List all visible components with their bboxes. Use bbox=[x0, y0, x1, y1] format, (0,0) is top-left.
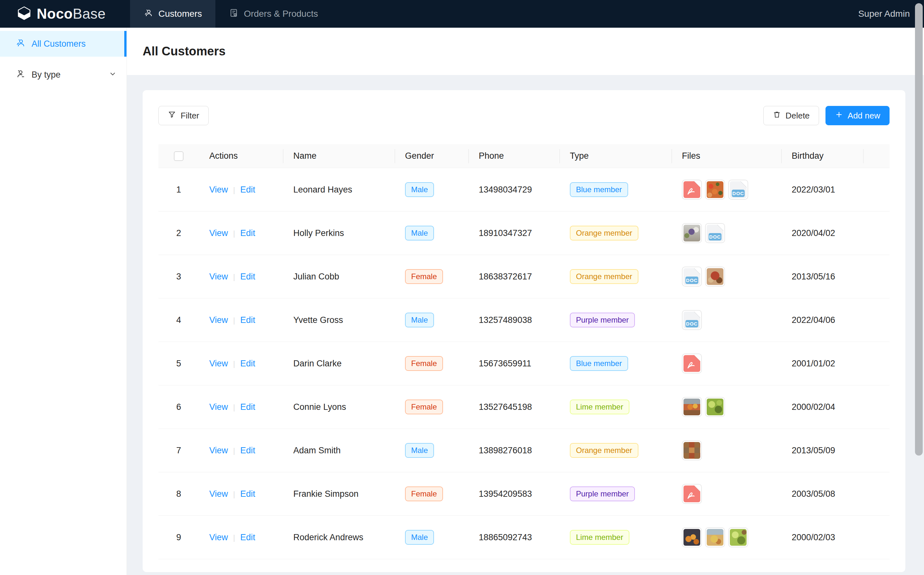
select-all-checkbox[interactable] bbox=[174, 151, 184, 161]
extra-cell bbox=[863, 516, 889, 559]
gender-cell: Male bbox=[395, 168, 468, 211]
view-link[interactable]: View bbox=[209, 359, 228, 368]
trash-icon bbox=[773, 110, 781, 121]
file-thumb-image-lettuce[interactable] bbox=[705, 397, 725, 417]
type-cell: Lime member bbox=[560, 516, 672, 559]
birthday-cell: 2013/05/16 bbox=[781, 255, 863, 299]
type-cell: Blue member bbox=[560, 168, 672, 211]
add-new-button[interactable]: Add new bbox=[826, 106, 889, 125]
table-row: 7 View|Edit Adam Smith Male 13898276018 … bbox=[159, 429, 889, 472]
edit-link[interactable]: Edit bbox=[240, 446, 255, 455]
file-thumb-doc-icon[interactable]: DOC bbox=[705, 223, 725, 243]
view-link[interactable]: View bbox=[209, 402, 228, 412]
sidebar-item-by-type[interactable]: By type bbox=[0, 62, 127, 87]
view-link[interactable]: View bbox=[209, 446, 228, 455]
tab-label: Customers bbox=[159, 9, 202, 19]
user-menu[interactable]: Super Admin bbox=[858, 9, 924, 19]
type-cell: Purple member bbox=[560, 299, 672, 342]
file-thumb-image-oranges-dark[interactable] bbox=[682, 527, 702, 547]
filter-icon bbox=[168, 110, 176, 121]
table-row: 3 View|Edit Julian Cobb Female 186383726… bbox=[159, 255, 889, 299]
table-row: 9 View|Edit Roderick Andrews Male 188650… bbox=[159, 516, 889, 559]
edit-link[interactable]: Edit bbox=[240, 315, 255, 325]
row-index: 4 bbox=[159, 299, 199, 342]
view-link[interactable]: View bbox=[209, 315, 228, 325]
edit-link[interactable]: Edit bbox=[240, 402, 255, 412]
table-card: Filter Delete bbox=[143, 90, 905, 572]
nocobase-logo-icon bbox=[17, 6, 32, 22]
name-cell: Darin Clarke bbox=[283, 342, 395, 385]
column-header-select bbox=[159, 144, 199, 168]
actions-cell: View|Edit bbox=[199, 385, 283, 429]
type-tag: Lime member bbox=[570, 400, 629, 415]
users-icon bbox=[16, 38, 26, 50]
edit-link[interactable]: Edit bbox=[240, 272, 255, 281]
type-cell: Orange member bbox=[560, 429, 672, 472]
row-index: 2 bbox=[159, 211, 199, 255]
file-thumb-image-tomatoes-ground[interactable] bbox=[682, 397, 702, 417]
extra-cell bbox=[863, 255, 889, 299]
type-cell: Blue member bbox=[560, 342, 672, 385]
row-index: 5 bbox=[159, 342, 199, 385]
phone-cell: 15673659911 bbox=[468, 342, 560, 385]
phone-cell: 18910347327 bbox=[468, 211, 560, 255]
actions-cell: View|Edit bbox=[199, 342, 283, 385]
view-link[interactable]: View bbox=[209, 489, 228, 499]
view-link[interactable]: View bbox=[209, 185, 228, 194]
view-link[interactable]: View bbox=[209, 228, 228, 238]
logo-text: NocoBase bbox=[37, 6, 106, 22]
file-thumb-image-food-collage[interactable] bbox=[682, 440, 702, 461]
birthday-cell: 2013/05/09 bbox=[781, 429, 863, 472]
birthday-cell: 2001/01/02 bbox=[781, 342, 863, 385]
edit-link[interactable]: Edit bbox=[240, 185, 255, 194]
file-thumb-image-bananas[interactable] bbox=[705, 527, 725, 547]
file-thumb-doc-icon[interactable]: DOC bbox=[682, 310, 702, 330]
row-index: 7 bbox=[159, 429, 199, 472]
filter-button[interactable]: Filter bbox=[159, 106, 209, 125]
name-cell: Yvette Gross bbox=[283, 299, 395, 342]
gender-tag: Female bbox=[405, 356, 443, 371]
gender-cell: Male bbox=[395, 429, 468, 472]
gender-cell: Female bbox=[395, 385, 468, 429]
edit-link[interactable]: Edit bbox=[240, 489, 255, 499]
gender-tag: Female bbox=[405, 400, 443, 415]
gender-tag: Female bbox=[405, 269, 443, 284]
extra-cell bbox=[863, 385, 889, 429]
tab-orders-products[interactable]: Orders & Products bbox=[215, 0, 331, 28]
sidebar-item-all-customers[interactable]: All Customers bbox=[0, 31, 127, 57]
file-thumb-image-green-grapes[interactable] bbox=[728, 527, 748, 547]
view-link[interactable]: View bbox=[209, 272, 228, 281]
file-thumb-doc-icon[interactable]: DOC bbox=[682, 267, 702, 286]
file-thumb-doc-icon[interactable]: DOC bbox=[728, 179, 748, 200]
vertical-scrollbar[interactable] bbox=[915, 3, 923, 456]
action-divider: | bbox=[233, 316, 235, 324]
name-cell: Connie Lyons bbox=[283, 385, 395, 429]
column-header-phone: Phone bbox=[468, 144, 560, 168]
customers-table: Actions Name Gender Phone Type Files Bir… bbox=[159, 144, 889, 559]
type-tag: Orange member bbox=[570, 443, 638, 458]
view-link[interactable]: View bbox=[209, 532, 228, 542]
extra-cell bbox=[863, 211, 889, 255]
extra-cell bbox=[863, 299, 889, 342]
file-thumb-pdf-icon[interactable] bbox=[682, 179, 702, 200]
gender-tag: Male bbox=[405, 443, 434, 458]
file-thumb-image-tomatoes[interactable] bbox=[705, 179, 725, 200]
phone-cell: 18865092743 bbox=[468, 516, 560, 559]
column-header-type: Type bbox=[560, 144, 672, 168]
edit-link[interactable]: Edit bbox=[240, 228, 255, 238]
file-thumb-pdf-icon[interactable] bbox=[682, 484, 702, 504]
content-area: Filter Delete bbox=[127, 75, 924, 572]
tab-customers[interactable]: Customers bbox=[130, 0, 215, 28]
edit-link[interactable]: Edit bbox=[240, 359, 255, 368]
sidebar-item-label: All Customers bbox=[32, 39, 86, 49]
row-index: 3 bbox=[159, 255, 199, 299]
file-thumb-pdf-icon[interactable] bbox=[682, 354, 702, 373]
phone-cell: 13498034729 bbox=[468, 168, 560, 211]
delete-button[interactable]: Delete bbox=[764, 106, 819, 125]
file-thumb-image-market-grapes[interactable] bbox=[682, 223, 702, 243]
files-cell bbox=[672, 472, 781, 516]
file-thumb-image-dish[interactable] bbox=[705, 267, 725, 286]
gender-tag: Male bbox=[405, 182, 434, 197]
edit-link[interactable]: Edit bbox=[240, 532, 255, 542]
action-divider: | bbox=[233, 229, 235, 238]
